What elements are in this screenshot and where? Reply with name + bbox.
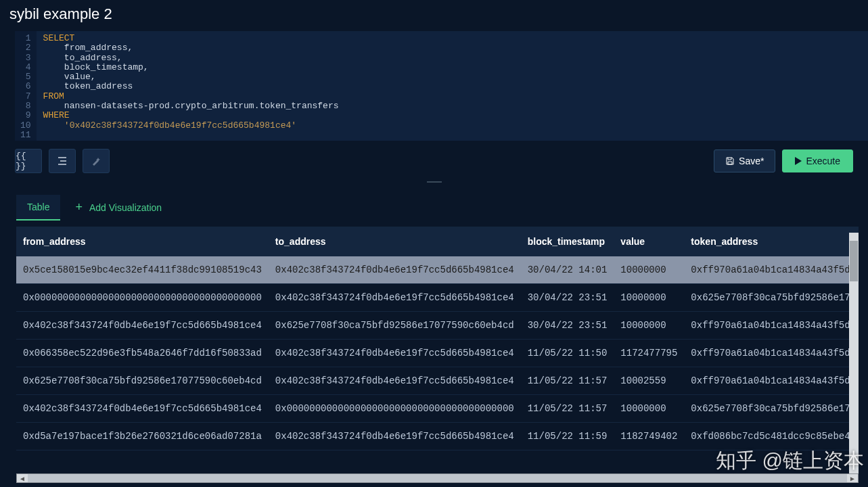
table-row[interactable]: 0x625e7708f30ca75bfd92586e17077590c60eb4… bbox=[16, 367, 859, 395]
table-cell[interactable]: 0xff970a61a04b1ca14834a43f5de4 bbox=[684, 256, 859, 284]
editor-gutter: 1234567891011 bbox=[15, 31, 37, 141]
table-cell[interactable]: 0xff970a61a04b1ca14834a43f5de49 bbox=[684, 312, 859, 340]
table-cell[interactable]: 0x402c38f343724f0db4e6e19f7cc5d665b4981c… bbox=[269, 367, 521, 395]
table-cell[interactable]: 30/04/22 23:51 bbox=[521, 284, 614, 312]
add-visualization-button[interactable]: + Add Visualization bbox=[72, 193, 164, 221]
params-button[interactable]: {{ }} bbox=[15, 149, 42, 173]
table-cell[interactable]: 0x00000000000000000000000000000000000000… bbox=[269, 395, 521, 423]
execute-label: Execute bbox=[806, 156, 840, 166]
table-cell[interactable]: 0x066358ec522d96e3fb548a2646f7dd16f50833… bbox=[16, 340, 269, 367]
table-cell[interactable]: 0xff970a61a04b1ca14834a43f5de49 bbox=[684, 340, 859, 367]
table-row[interactable]: 0x00000000000000000000000000000000000000… bbox=[16, 284, 859, 312]
save-icon bbox=[725, 156, 735, 166]
table-cell[interactable]: 0x402c38f343724f0db4e6e19f7cc5d665b4981c… bbox=[269, 423, 521, 450]
table-cell[interactable]: 0x402c38f343724f0db4e6e19f7cc5d665b4981c… bbox=[16, 312, 269, 340]
table-cell[interactable]: 11/05/22 11:57 bbox=[521, 395, 614, 423]
save-label: Save* bbox=[739, 156, 764, 166]
table-cell[interactable]: 1172477795 bbox=[614, 340, 684, 367]
table-cell[interactable]: 10000000 bbox=[614, 256, 684, 284]
table-cell[interactable]: 0xff970a61a04b1ca14834a43f5de49 bbox=[684, 367, 859, 395]
table-header-row: from_addressto_addressblock_timestampval… bbox=[16, 227, 859, 256]
scroll-left-button[interactable]: ◄ bbox=[17, 474, 28, 482]
column-header[interactable]: from_address bbox=[16, 227, 269, 256]
table-row[interactable]: 0x402c38f343724f0db4e6e19f7cc5d665b4981c… bbox=[16, 395, 859, 423]
table-cell[interactable]: 0x00000000000000000000000000000000000000… bbox=[16, 284, 269, 312]
table-cell[interactable]: 11/05/22 11:57 bbox=[521, 367, 614, 395]
save-button[interactable]: Save* bbox=[714, 149, 775, 172]
column-header[interactable]: token_address bbox=[684, 227, 859, 256]
table-cell[interactable]: 11/05/22 11:59 bbox=[521, 423, 614, 450]
add-viz-label: Add Visualization bbox=[89, 202, 162, 213]
table-cell[interactable]: 0x625e7708f30ca75bfd92586e17077 bbox=[684, 284, 859, 312]
table-row[interactable]: 0xd5a7e197bace1f3b26e2760321d6ce06ad0728… bbox=[16, 423, 859, 450]
table-cell[interactable]: 0xd5a7e197bace1f3b26e2760321d6ce06ad0728… bbox=[16, 423, 269, 450]
scroll-right-button[interactable]: ► bbox=[847, 474, 858, 482]
table-cell[interactable]: 0x402c38f343724f0db4e6e19f7cc5d665b4981c… bbox=[269, 256, 521, 284]
magic-button[interactable] bbox=[83, 149, 110, 173]
table-cell[interactable]: 10000000 bbox=[614, 395, 684, 423]
table-cell[interactable]: 1182749402 bbox=[614, 423, 684, 450]
editor-code[interactable]: SELECT from_address, to_address, block_t… bbox=[37, 31, 346, 141]
play-icon bbox=[795, 157, 802, 165]
results-table: from_addressto_addressblock_timestampval… bbox=[16, 227, 859, 450]
table-cell[interactable]: 0x402c38f343724f0db4e6e19f7cc5d665b4981c… bbox=[16, 395, 269, 423]
table-body: 0x5ce158015e9bc4ec32ef4411f38dc99108519c… bbox=[16, 256, 859, 450]
format-icon bbox=[58, 156, 67, 166]
table-cell[interactable]: 30/04/22 14:01 bbox=[521, 256, 614, 284]
table-row[interactable]: 0x5ce158015e9bc4ec32ef4411f38dc99108519c… bbox=[16, 256, 859, 284]
table-cell[interactable]: 10000000 bbox=[614, 312, 684, 340]
horizontal-scrollbar[interactable]: ◄ ► bbox=[16, 473, 859, 483]
execute-button[interactable]: Execute bbox=[782, 149, 853, 172]
table-cell[interactable]: 30/04/22 23:51 bbox=[521, 312, 614, 340]
column-header[interactable]: to_address bbox=[269, 227, 521, 256]
result-tabs: Table + Add Visualization bbox=[0, 184, 868, 221]
plus-icon: + bbox=[75, 200, 83, 214]
page-title: sybil example 2 bbox=[0, 0, 868, 31]
table-cell[interactable]: 0x625e7708f30ca75bfd92586e17077 bbox=[684, 395, 859, 423]
table-cell[interactable]: 0x625e7708f30ca75bfd92586e17077590c60eb4… bbox=[269, 312, 521, 340]
table-cell[interactable]: 11/05/22 11:50 bbox=[521, 340, 614, 367]
table-row[interactable]: 0x402c38f343724f0db4e6e19f7cc5d665b4981c… bbox=[16, 312, 859, 340]
table-cell[interactable]: 0x625e7708f30ca75bfd92586e17077590c60eb4… bbox=[16, 367, 269, 395]
wand-icon bbox=[91, 156, 101, 166]
format-button[interactable] bbox=[49, 149, 76, 173]
results-table-container[interactable]: from_addressto_addressblock_timestampval… bbox=[16, 227, 859, 477]
vertical-scrollbar[interactable] bbox=[849, 233, 859, 476]
scrollbar-thumb[interactable] bbox=[850, 241, 858, 281]
table-cell[interactable]: 0x5ce158015e9bc4ec32ef4411f38dc99108519c… bbox=[16, 256, 269, 284]
column-header[interactable]: value bbox=[614, 227, 684, 256]
table-cell[interactable]: 10002559 bbox=[614, 367, 684, 395]
table-cell[interactable]: 0xfd086bc7cd5c481dcc9c85ebe478 bbox=[684, 423, 859, 450]
tab-table[interactable]: Table bbox=[16, 195, 60, 221]
table-row[interactable]: 0x066358ec522d96e3fb548a2646f7dd16f50833… bbox=[16, 340, 859, 367]
sql-editor[interactable]: 1234567891011 SELECT from_address, to_ad… bbox=[15, 31, 868, 141]
table-cell[interactable]: 0x402c38f343724f0db4e6e19f7cc5d665b4981c… bbox=[269, 340, 521, 367]
column-header[interactable]: block_timestamp bbox=[521, 227, 614, 256]
table-cell[interactable]: 10000000 bbox=[614, 284, 684, 312]
toolbar: {{ }} Save* Execute bbox=[0, 141, 868, 180]
table-cell[interactable]: 0x402c38f343724f0db4e6e19f7cc5d665b4981c… bbox=[269, 284, 521, 312]
